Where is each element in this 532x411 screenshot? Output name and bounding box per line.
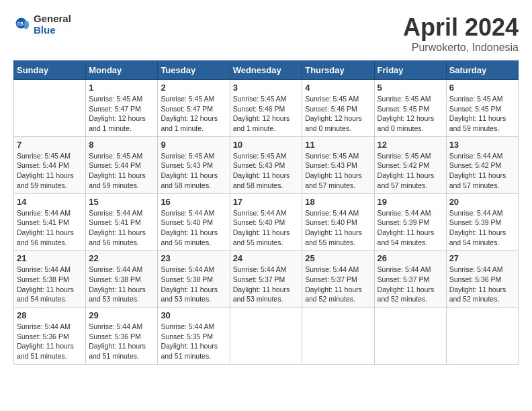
day-number: 3 — [233, 83, 300, 93]
day-number: 14 — [17, 197, 83, 207]
calendar-cell: 26Sunrise: 5:44 AM Sunset: 5:37 PM Dayli… — [374, 250, 446, 308]
day-info: Sunrise: 5:45 AM Sunset: 5:42 PM Dayligh… — [378, 151, 443, 191]
calendar-cell: 8Sunrise: 5:45 AM Sunset: 5:44 PM Daylig… — [86, 136, 158, 193]
day-info: Sunrise: 5:44 AM Sunset: 5:37 PM Dayligh… — [233, 265, 300, 304]
day-number: 16 — [161, 197, 226, 207]
day-info: Sunrise: 5:45 AM Sunset: 5:45 PM Dayligh… — [378, 94, 443, 134]
calendar-cell: 29Sunrise: 5:44 AM Sunset: 5:36 PM Dayli… — [86, 308, 158, 365]
calendar-cell: 9Sunrise: 5:45 AM Sunset: 5:43 PM Daylig… — [158, 136, 230, 193]
calendar-cell: 21Sunrise: 5:44 AM Sunset: 5:38 PM Dayli… — [14, 250, 86, 308]
day-info: Sunrise: 5:45 AM Sunset: 5:43 PM Dayligh… — [161, 151, 226, 191]
day-number: 22 — [89, 253, 154, 263]
calendar-subtitle: Purwokerto, Indonesia — [403, 42, 519, 54]
weekday-header-friday: Friday — [374, 61, 446, 80]
calendar-cell: 27Sunrise: 5:44 AM Sunset: 5:36 PM Dayli… — [446, 250, 518, 308]
calendar-cell: 24Sunrise: 5:44 AM Sunset: 5:37 PM Dayli… — [230, 250, 302, 308]
day-info: Sunrise: 5:45 AM Sunset: 5:47 PM Dayligh… — [89, 94, 154, 134]
calendar-cell: 3Sunrise: 5:45 AM Sunset: 5:46 PM Daylig… — [230, 80, 302, 137]
calendar-cell: 14Sunrise: 5:44 AM Sunset: 5:41 PM Dayli… — [14, 193, 86, 250]
day-number: 11 — [305, 140, 371, 150]
day-info: Sunrise: 5:45 AM Sunset: 5:44 PM Dayligh… — [89, 151, 154, 191]
day-info: Sunrise: 5:44 AM Sunset: 5:40 PM Dayligh… — [233, 208, 300, 248]
calendar-cell: 13Sunrise: 5:44 AM Sunset: 5:42 PM Dayli… — [446, 136, 518, 193]
day-number: 12 — [378, 140, 443, 150]
weekday-header-sunday: Sunday — [14, 61, 86, 80]
calendar-cell — [446, 308, 518, 365]
calendar-week-row: 1Sunrise: 5:45 AM Sunset: 5:47 PM Daylig… — [14, 80, 519, 137]
day-number: 27 — [449, 253, 515, 263]
logo-icon: GB — [15, 17, 31, 33]
calendar-cell: 28Sunrise: 5:44 AM Sunset: 5:36 PM Dayli… — [14, 308, 86, 365]
calendar-cell: 25Sunrise: 5:44 AM Sunset: 5:37 PM Dayli… — [302, 250, 374, 308]
day-number: 10 — [233, 140, 300, 150]
calendar-week-row: 21Sunrise: 5:44 AM Sunset: 5:38 PM Dayli… — [14, 250, 519, 308]
weekday-header-wednesday: Wednesday — [230, 61, 302, 80]
day-number: 24 — [233, 253, 300, 263]
weekday-header-monday: Monday — [86, 61, 158, 80]
day-info: Sunrise: 5:44 AM Sunset: 5:38 PM Dayligh… — [89, 265, 154, 304]
day-number: 26 — [378, 253, 443, 263]
calendar-week-row: 7Sunrise: 5:45 AM Sunset: 5:44 PM Daylig… — [14, 136, 519, 193]
day-number: 28 — [17, 310, 83, 320]
day-number: 20 — [449, 197, 515, 207]
day-number: 8 — [89, 140, 154, 150]
calendar-cell — [302, 308, 374, 365]
calendar-cell: 2Sunrise: 5:45 AM Sunset: 5:47 PM Daylig… — [158, 80, 230, 137]
day-info: Sunrise: 5:45 AM Sunset: 5:46 PM Dayligh… — [305, 94, 371, 134]
weekday-header-saturday: Saturday — [446, 61, 518, 80]
day-number: 21 — [17, 253, 83, 263]
calendar-cell — [230, 308, 302, 365]
day-info: Sunrise: 5:44 AM Sunset: 5:36 PM Dayligh… — [449, 265, 515, 304]
weekday-header-thursday: Thursday — [302, 61, 374, 80]
day-info: Sunrise: 5:44 AM Sunset: 5:38 PM Dayligh… — [161, 265, 226, 304]
day-number: 18 — [305, 197, 371, 207]
day-info: Sunrise: 5:44 AM Sunset: 5:37 PM Dayligh… — [378, 265, 443, 304]
calendar-cell: 6Sunrise: 5:45 AM Sunset: 5:45 PM Daylig… — [446, 80, 518, 137]
day-info: Sunrise: 5:45 AM Sunset: 5:43 PM Dayligh… — [305, 151, 371, 191]
calendar-cell: 18Sunrise: 5:44 AM Sunset: 5:40 PM Dayli… — [302, 193, 374, 250]
day-number: 13 — [449, 140, 515, 150]
day-number: 6 — [449, 83, 515, 93]
day-info: Sunrise: 5:44 AM Sunset: 5:37 PM Dayligh… — [305, 265, 371, 304]
logo: GB General Blue — [13, 13, 71, 36]
day-number: 1 — [89, 83, 154, 93]
weekday-header-tuesday: Tuesday — [158, 61, 230, 80]
day-info: Sunrise: 5:44 AM Sunset: 5:40 PM Dayligh… — [305, 208, 371, 248]
day-info: Sunrise: 5:45 AM Sunset: 5:47 PM Dayligh… — [161, 94, 226, 134]
day-info: Sunrise: 5:44 AM Sunset: 5:41 PM Dayligh… — [17, 208, 83, 248]
day-info: Sunrise: 5:44 AM Sunset: 5:39 PM Dayligh… — [449, 208, 515, 248]
calendar-cell: 19Sunrise: 5:44 AM Sunset: 5:39 PM Dayli… — [374, 193, 446, 250]
day-info: Sunrise: 5:44 AM Sunset: 5:36 PM Dayligh… — [17, 322, 83, 361]
day-number: 29 — [89, 310, 154, 320]
calendar-cell — [374, 308, 446, 365]
calendar-cell: 15Sunrise: 5:44 AM Sunset: 5:41 PM Dayli… — [86, 193, 158, 250]
day-number: 25 — [305, 253, 371, 263]
calendar-title: April 2024 — [403, 13, 519, 42]
calendar-cell: 4Sunrise: 5:45 AM Sunset: 5:46 PM Daylig… — [302, 80, 374, 137]
day-number: 5 — [378, 83, 443, 93]
day-number: 30 — [161, 310, 226, 320]
calendar-cell: 1Sunrise: 5:45 AM Sunset: 5:47 PM Daylig… — [86, 80, 158, 137]
day-info: Sunrise: 5:44 AM Sunset: 5:38 PM Dayligh… — [17, 265, 83, 304]
day-number: 19 — [378, 197, 443, 207]
day-info: Sunrise: 5:44 AM Sunset: 5:40 PM Dayligh… — [161, 208, 226, 248]
logo-general-text: General — [34, 13, 71, 25]
day-info: Sunrise: 5:45 AM Sunset: 5:44 PM Dayligh… — [17, 151, 83, 191]
day-number: 4 — [305, 83, 371, 93]
day-number: 2 — [161, 83, 226, 93]
day-number: 17 — [233, 197, 300, 207]
logo-blue-text: Blue — [34, 25, 71, 36]
calendar-cell: 22Sunrise: 5:44 AM Sunset: 5:38 PM Dayli… — [86, 250, 158, 308]
calendar-header-row: SundayMondayTuesdayWednesdayThursdayFrid… — [14, 61, 519, 80]
day-info: Sunrise: 5:45 AM Sunset: 5:46 PM Dayligh… — [233, 94, 300, 134]
calendar-cell: 20Sunrise: 5:44 AM Sunset: 5:39 PM Dayli… — [446, 193, 518, 250]
day-info: Sunrise: 5:45 AM Sunset: 5:45 PM Dayligh… — [449, 94, 515, 134]
day-info: Sunrise: 5:44 AM Sunset: 5:42 PM Dayligh… — [449, 151, 515, 191]
calendar-cell — [14, 80, 86, 137]
page-header: GB General Blue April 2024 Purwokerto, I… — [13, 13, 519, 54]
calendar-title-block: April 2024 Purwokerto, Indonesia — [403, 13, 519, 54]
calendar-cell: 30Sunrise: 5:44 AM Sunset: 5:35 PM Dayli… — [158, 308, 230, 365]
calendar-table: SundayMondayTuesdayWednesdayThursdayFrid… — [13, 60, 519, 365]
calendar-week-row: 28Sunrise: 5:44 AM Sunset: 5:36 PM Dayli… — [14, 308, 519, 365]
calendar-cell: 7Sunrise: 5:45 AM Sunset: 5:44 PM Daylig… — [14, 136, 86, 193]
